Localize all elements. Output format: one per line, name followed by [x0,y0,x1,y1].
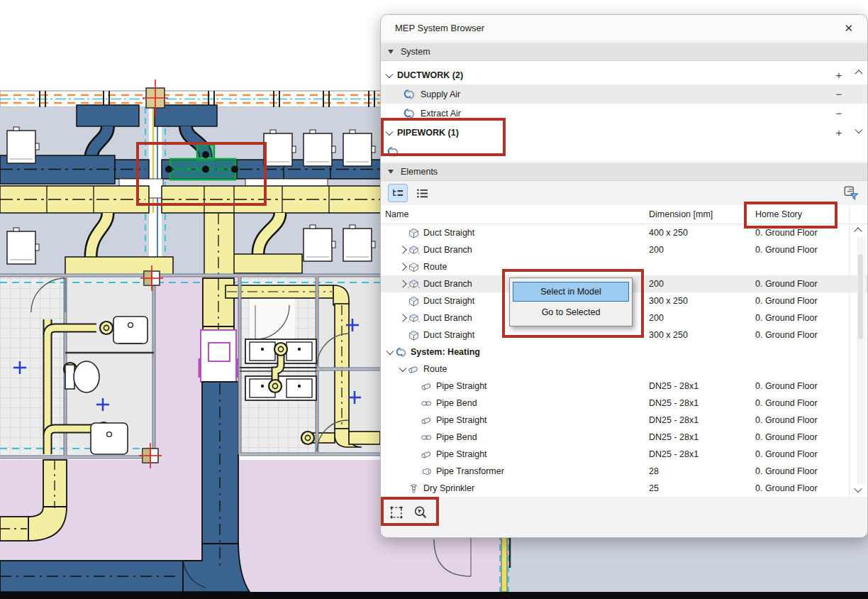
system-tree: DUCTWORK (2)+Supply Air−Extract Air−PIPE… [381,61,867,161]
element-dimension: 300 x 250 [645,330,747,340]
element-home-story: 0. Ground Floor [747,279,849,289]
column-header-name[interactable]: Name [381,209,645,219]
expander-icon[interactable] [386,347,394,355]
table-row-pipe-bend[interactable]: Pipe BendDN25 - 28x10. Ground Floor [381,429,867,446]
dry-sprinkler-icon [408,483,420,495]
element-dimension: 200 [645,279,747,289]
table-row-duct-straight[interactable]: Duct Straight300 x 2500. Ground Floor [381,326,867,344]
pipe-straight-icon [421,380,433,392]
table-row-dry-sprinkler[interactable]: Dry Sprinkler250. Ground Floor [381,480,867,497]
element-dimension: DN25 - 28x1 [645,449,747,459]
zoom-to-selection-icon[interactable] [412,504,429,521]
table-row-duct-straight[interactable]: Duct Straight400 x 2500. Ground Floor [381,224,867,241]
element-home-story: 0. Ground Floor [747,313,849,323]
element-home-story: 0. Ground Floor [747,330,849,340]
element-dimension: 200 [645,245,747,255]
section-label-system: System [401,47,430,57]
system-tree-row-extract-air[interactable]: Extract Air− [381,104,867,123]
panel-bottom-toolbar [381,497,867,537]
element-home-story: 0. Ground Floor [747,466,849,476]
table-row-pipe-straight[interactable]: Pipe StraightDN25 - 28x10. Ground Floor [381,378,867,395]
scrollbar-thumb[interactable] [858,254,863,339]
marquee-select-icon[interactable] [388,504,405,521]
pipe-straight-icon [421,414,433,427]
list-view-toggle[interactable] [412,184,432,202]
element-home-story: 0. Ground Floor [747,483,849,493]
section-label-elements: Elements [401,167,438,177]
app-screen: { "window": { "title": "MEP System Brows… [0,0,868,599]
collapse-triangle-icon [388,50,394,54]
close-icon[interactable]: ✕ [840,21,857,35]
context-menu-item-select-in-model[interactable]: Select in Model [513,282,629,302]
table-row-pipe-straight[interactable]: Pipe StraightDN25 - 28x10. Ground Floor [381,446,867,463]
element-name: Duct Branch [423,313,472,323]
table-row-duct-branch[interactable]: Duct Branch2000. Ground Floor [381,241,867,258]
element-dimension: 300 x 250 [645,296,747,306]
context-menu: Select in ModelGo to Selected [509,277,633,326]
section-header-elements[interactable]: Elements [381,163,867,181]
expander-icon[interactable] [399,364,406,372]
element-home-story: 0. Ground Floor [747,228,849,238]
system-tree-row-ductwork-2-[interactable]: DUCTWORK (2)+ [381,65,867,84]
element-name: Duct Straight [423,330,474,340]
expander-icon[interactable] [385,127,393,135]
element-name: Duct Branch [423,279,472,289]
elements-list: Duct Straight400 x 2500. Ground FloorDuc… [381,224,867,497]
expander-icon[interactable] [399,246,406,253]
system-tree-row-supply-air[interactable]: Supply Air− [381,84,867,104]
expander-icon[interactable] [399,314,406,322]
element-home-story: 0. Ground Floor [747,432,849,442]
element-name: Duct Branch [423,245,472,255]
collapse-triangle-icon [388,170,394,174]
duct-straight-icon [408,329,420,341]
table-row-pipe-straight[interactable]: Pipe StraightDN25 - 28x10. Ground Floor [381,412,867,429]
panel-title: MEP System Browser [395,23,840,33]
pipe-bend-icon [421,397,433,410]
element-name: Duct Straight [423,296,474,306]
element-name: Pipe Bend [436,432,477,442]
element-name: Pipe Bend [436,398,477,408]
panel-titlebar[interactable]: MEP System Browser ✕ [381,15,867,41]
context-menu-item-go-to-selected[interactable]: Go to Selected [513,302,629,322]
element-name: Pipe Transformer [436,466,504,476]
elements-toolbar [381,181,867,205]
table-row-pipe-transformer[interactable]: Pipe Transformer280. Ground Floor [381,463,867,480]
element-name: Dry Sprinkler [423,483,474,493]
element-dimension: 400 x 250 [645,228,747,238]
element-dimension: 28 [645,466,747,476]
tree-view-toggle[interactable] [388,184,408,202]
system-label: Extract Air [421,109,828,119]
remove-system-button[interactable]: − [833,107,845,119]
expander-icon[interactable] [399,263,406,270]
element-name: Duct Straight [423,228,474,238]
column-header-home-story[interactable]: Home Story [747,209,849,219]
scrollbar-track[interactable] [857,237,866,484]
element-home-story: 0. Ground Floor [747,415,849,425]
element-dimension: DN25 - 28x1 [645,381,747,391]
duct-straight-icon [408,227,420,239]
expander-icon[interactable] [385,70,393,77]
taskbar-edge [0,592,868,599]
table-row-route[interactable]: Route [381,361,867,378]
mep-system-icon [386,145,399,158]
table-row-pipe-bend[interactable]: Pipe BendDN25 - 28x10. Ground Floor [381,395,867,412]
add-system-button[interactable]: + [833,126,845,138]
element-home-story: 0. Ground Floor [747,449,849,459]
system-tree-row-orphan[interactable] [381,142,867,161]
element-name: System: Heating [411,347,480,357]
element-dimension: 200 [645,313,747,323]
element-name: Pipe Straight [436,449,487,459]
add-system-button[interactable]: + [833,69,845,81]
system-tree-row-pipework-1-[interactable]: PIPEWORK (1)+ [381,123,867,142]
column-header-dimension[interactable]: Dimension [mm] [645,209,747,219]
section-header-system[interactable]: System [381,43,867,61]
system-group-label: DUCTWORK (2) [397,70,828,80]
element-home-story: 0. Ground Floor [747,245,849,255]
expander-icon[interactable] [399,280,406,287]
mep-system-icon [403,88,416,101]
filter-icon[interactable] [842,184,860,202]
duct-branch-icon [408,244,420,256]
table-row-system-heating[interactable]: System: Heating [381,344,867,361]
remove-system-button[interactable]: − [833,88,845,100]
table-row-route[interactable]: Route [381,258,867,275]
